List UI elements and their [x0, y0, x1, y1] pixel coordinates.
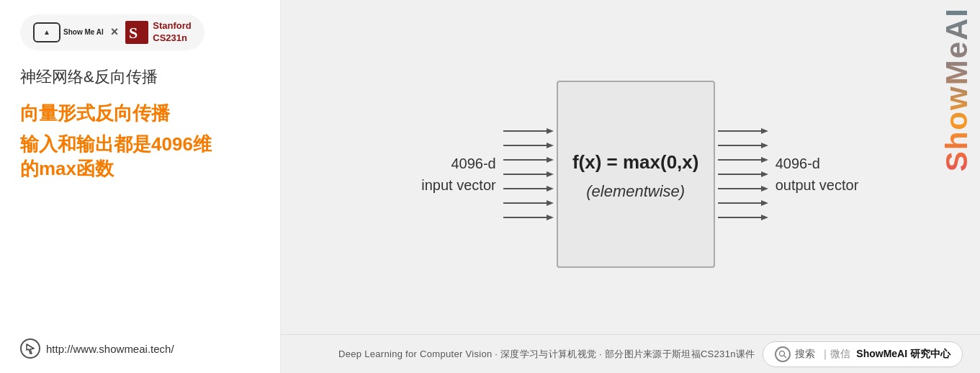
- left-panel: Show Me Al × S Stanford CS231n 神经网络&反向传播…: [0, 0, 281, 373]
- arrow-in-3: [503, 156, 554, 164]
- arrow-in-6: [503, 199, 554, 207]
- diagram-area: ShowMeAI 4096-d input vector f(x) = max(…: [281, 0, 980, 334]
- search-badge-label: 搜索 ｜微信 ShowMeAI 研究中心: [795, 348, 950, 361]
- showmeai-label: Show Me Al: [63, 28, 104, 37]
- svg-marker-24: [761, 171, 768, 177]
- svg-point-31: [779, 351, 784, 356]
- svg-marker-30: [761, 215, 768, 220]
- svg-marker-10: [547, 171, 554, 177]
- highlight-title: 向量形式反向传播: [20, 102, 260, 126]
- showmeai-icon-box: [33, 22, 60, 42]
- arrow-out-1: [718, 127, 768, 135]
- website-icon: [20, 338, 40, 359]
- svg-marker-8: [547, 157, 554, 163]
- function-sub: (elementwise): [586, 182, 685, 201]
- function-box: f(x) = max(0,x) (elementwise): [557, 81, 715, 268]
- search-icon: [775, 346, 791, 362]
- svg-marker-16: [547, 215, 554, 220]
- input-label: 4096-d input vector: [417, 153, 496, 196]
- arrow-out-2: [718, 141, 768, 150]
- function-text: f(x) = max(0,x): [572, 148, 699, 176]
- arrow-out-6: [718, 199, 768, 207]
- stanford-s-icon: S: [125, 21, 148, 44]
- svg-marker-28: [761, 200, 768, 206]
- svg-text:S: S: [129, 24, 138, 42]
- svg-line-32: [784, 356, 786, 358]
- website-url[interactable]: http://www.showmeai.tech/: [46, 343, 174, 355]
- search-badge[interactable]: 搜索 ｜微信 ShowMeAI 研究中心: [763, 341, 963, 367]
- svg-marker-2: [27, 344, 34, 354]
- right-panel: ShowMeAI 4096-d input vector f(x) = max(…: [281, 0, 980, 373]
- svg-marker-26: [761, 186, 768, 192]
- arrow-out-5: [718, 184, 768, 193]
- svg-marker-22: [761, 157, 768, 163]
- stanford-text: Stanford CS231n: [153, 20, 191, 45]
- cursor-icon: [25, 343, 35, 354]
- arrow-in-1: [503, 127, 554, 135]
- svg-marker-20: [761, 143, 768, 148]
- output-label: 4096-d output vector: [776, 153, 859, 196]
- arrow-in-2: [503, 141, 554, 150]
- arrow-in-4: [503, 170, 554, 179]
- arrow-in-7: [503, 213, 554, 222]
- svg-marker-14: [547, 200, 554, 206]
- nn-diagram: 4096-d input vector f(x) = max(0,x) (ele…: [338, 81, 937, 268]
- section-title: 神经网络&反向传播: [20, 66, 260, 89]
- times-sign: ×: [111, 24, 119, 40]
- logo-bar: Show Me Al × S Stanford CS231n: [20, 14, 204, 50]
- svg-marker-12: [547, 186, 554, 192]
- bottom-caption: Deep Learning for Computer Vision · 深度学习…: [338, 348, 755, 361]
- svg-marker-18: [761, 128, 768, 134]
- arrow-in-5: [503, 184, 554, 193]
- bottom-bar: Deep Learning for Computer Vision · 深度学习…: [281, 334, 980, 373]
- svg-marker-6: [547, 143, 554, 148]
- stanford-logo: S Stanford CS231n: [125, 20, 191, 45]
- arrows-in: [503, 127, 554, 222]
- highlight-subtitle: 输入和输出都是4096维 的max函数: [20, 132, 260, 181]
- arrow-out-7: [718, 213, 768, 222]
- arrow-out-4: [718, 170, 768, 179]
- website-row[interactable]: http://www.showmeai.tech/: [20, 338, 260, 359]
- showmeai-logo: Show Me Al: [33, 22, 104, 42]
- arrows-out: [718, 127, 768, 222]
- watermark-text: ShowMeAI: [940, 7, 974, 171]
- svg-marker-4: [547, 128, 554, 134]
- arrow-out-3: [718, 156, 768, 164]
